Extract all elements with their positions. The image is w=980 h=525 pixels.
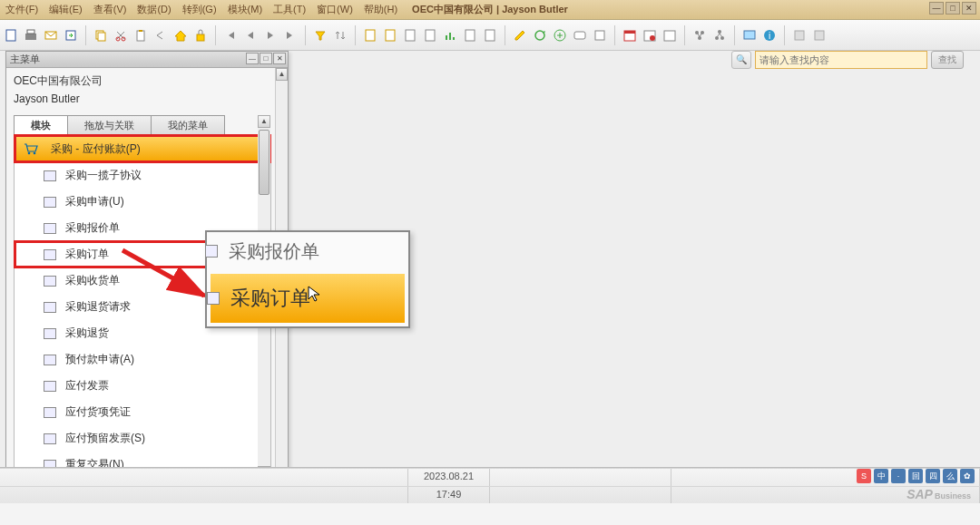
paste-icon[interactable]: [133, 28, 148, 43]
svg-rect-0: [6, 30, 15, 41]
tree-header-purchase[interactable]: 采购 - 应付账款(P): [15, 135, 270, 162]
scroll-up-icon[interactable]: ▲: [276, 68, 288, 81]
chart-icon[interactable]: [443, 28, 457, 43]
panel-titlebar[interactable]: 主菜单 — □ ✕: [6, 52, 288, 68]
svg-rect-10: [139, 30, 142, 32]
cal-icon[interactable]: [622, 28, 637, 43]
home-icon[interactable]: [173, 28, 188, 43]
menu-view[interactable]: 查看(V): [93, 3, 127, 16]
tree-item-credit[interactable]: 应付货项凭证: [15, 399, 270, 425]
doc4-icon[interactable]: [423, 28, 437, 43]
panel-title: 主菜单: [10, 53, 40, 66]
doc1-icon[interactable]: [363, 28, 377, 43]
tab-mymenu[interactable]: 我的菜单: [151, 115, 225, 135]
ime-me[interactable]: 么: [943, 469, 957, 483]
status-mid2: [490, 487, 671, 504]
menu-goto[interactable]: 转到(G): [182, 3, 217, 16]
cal2-icon[interactable]: [642, 28, 657, 43]
grey1-icon[interactable]: [792, 28, 807, 43]
tree-item-label: 应付货项凭证: [65, 404, 131, 420]
mail-icon[interactable]: [44, 28, 58, 43]
form-icon: [44, 223, 56, 234]
lock-icon[interactable]: [193, 28, 208, 43]
search-input[interactable]: [755, 51, 927, 69]
prev-icon[interactable]: [243, 28, 258, 43]
cut-icon[interactable]: [113, 28, 128, 43]
edit-icon[interactable]: [513, 28, 527, 43]
window-maximize[interactable]: □: [946, 2, 960, 15]
last-icon[interactable]: [283, 28, 298, 43]
logo-sub: Business: [935, 491, 971, 501]
ime-zh[interactable]: 中: [874, 469, 888, 483]
screen-icon[interactable]: [742, 28, 757, 43]
tree-item-reserve[interactable]: 应付预留发票(S): [15, 425, 270, 452]
doc2-icon[interactable]: [383, 28, 397, 43]
form-icon[interactable]: [593, 28, 607, 43]
sort-icon[interactable]: [333, 28, 348, 43]
svg-rect-29: [664, 31, 675, 41]
zoom-row-po[interactable]: 采购订单: [211, 274, 405, 323]
tree-item-label: 采购收货单: [65, 273, 120, 288]
doc3-icon[interactable]: [403, 28, 417, 43]
ime-dot[interactable]: ·: [891, 469, 906, 483]
refresh-icon[interactable]: [533, 28, 547, 43]
form-icon: [44, 328, 56, 339]
menu-data[interactable]: 数据(D): [137, 3, 171, 16]
msg-icon[interactable]: [573, 28, 587, 43]
search-icon-button[interactable]: 🔍: [731, 51, 751, 69]
window-minimize[interactable]: —: [929, 2, 944, 15]
panel-min[interactable]: —: [246, 53, 259, 64]
menu-file[interactable]: 文件(F): [5, 3, 38, 16]
first-icon[interactable]: [223, 28, 238, 43]
menu-tools[interactable]: 工具(T): [273, 3, 306, 16]
ime-kb[interactable]: 回: [908, 469, 923, 483]
panel-max[interactable]: □: [260, 53, 272, 64]
menu-help[interactable]: 帮助(H): [364, 3, 397, 16]
svg-rect-12: [366, 30, 375, 41]
new-icon[interactable]: [4, 28, 18, 43]
menu-module[interactable]: 模块(M): [228, 3, 263, 16]
filter-icon[interactable]: [313, 28, 328, 43]
ime-sogou[interactable]: S: [857, 469, 871, 483]
copy-icon[interactable]: [93, 28, 108, 43]
menubar: 文件(F) 编辑(E) 查看(V) 数据(D) 转到(G) 模块(M) 工具(T…: [0, 0, 980, 20]
window-close[interactable]: ✕: [962, 2, 976, 15]
form-icon: [205, 245, 218, 258]
tab-modules[interactable]: 模块: [14, 115, 68, 135]
scroll-up-icon[interactable]: ▲: [258, 115, 270, 128]
zoom-row-quote[interactable]: 采购报价单: [207, 232, 408, 270]
next-icon[interactable]: [263, 28, 278, 43]
doc5-icon[interactable]: [463, 28, 477, 43]
undo-icon[interactable]: [153, 28, 168, 43]
ime-set[interactable]: ✿: [960, 469, 975, 483]
form-icon: [44, 197, 56, 208]
ime-sq[interactable]: 四: [926, 469, 940, 483]
tree-item-blanket[interactable]: 采购一揽子协议: [15, 162, 270, 189]
doc6-icon[interactable]: [483, 28, 497, 43]
tree-item-prepay[interactable]: 预付款申请(A): [15, 346, 270, 373]
search-go-button[interactable]: 查找: [931, 51, 964, 69]
print-icon[interactable]: [24, 28, 38, 43]
svg-text:i: i: [769, 31, 770, 41]
tab-dragdrop[interactable]: 拖放与关联: [67, 115, 152, 135]
grey2-icon[interactable]: [812, 28, 827, 43]
add-icon[interactable]: [553, 28, 567, 43]
export-icon[interactable]: [64, 28, 78, 43]
menu-edit[interactable]: 编辑(E): [49, 3, 83, 16]
svg-rect-36: [744, 31, 755, 39]
cart-icon: [24, 142, 38, 155]
cal3-icon[interactable]: [662, 28, 677, 43]
panel-close[interactable]: ✕: [273, 53, 286, 64]
tree-item-label: 预付款申请(A): [65, 352, 134, 367]
menu-window[interactable]: 窗口(W): [317, 3, 353, 16]
tree1-icon[interactable]: [692, 28, 707, 43]
form-icon: [44, 433, 56, 444]
form-icon: [44, 381, 56, 392]
tree-item-invoice[interactable]: 应付发票: [15, 373, 270, 399]
tree-item-request[interactable]: 采购申请(U): [15, 189, 270, 215]
tree2-icon[interactable]: [712, 28, 727, 43]
scroll-thumb[interactable]: [259, 130, 270, 195]
drag-preview-popup: 采购报价单 采购订单: [205, 230, 410, 328]
tree-item-label: 采购退货: [65, 326, 109, 341]
help-icon[interactable]: i: [762, 28, 777, 43]
